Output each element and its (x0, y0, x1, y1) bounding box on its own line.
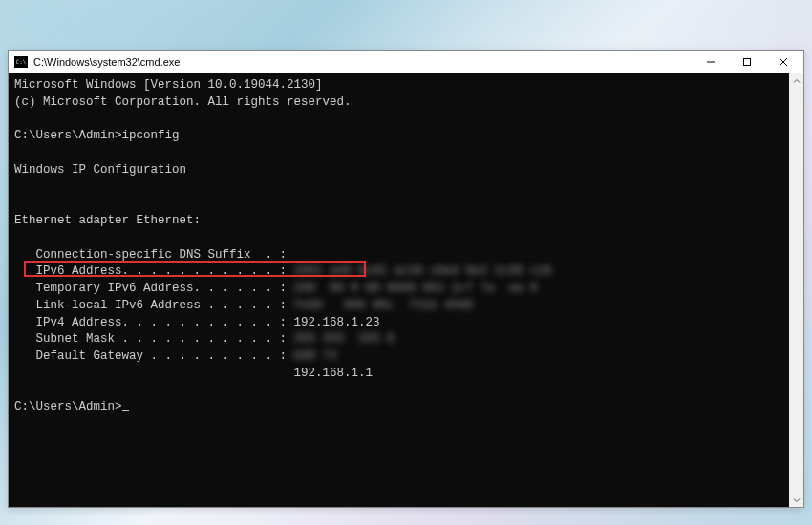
gateway-line: Default Gateway . . . . . . . . . : b00 … (14, 348, 783, 366)
minimize-icon (706, 57, 716, 67)
ipv4-value: 192.168.1.23 (294, 316, 380, 329)
adapter-heading: Ethernet adapter Ethernet: (14, 213, 783, 230)
prompt-line: C:\Users\Admin> (14, 399, 783, 416)
gateway-line-2: 192.168.1.1 (14, 366, 783, 383)
chevron-down-icon (793, 496, 801, 504)
subnet-value-blurred: 355 355 355 0 (294, 332, 395, 346)
linklocal-line: Link-local IPv6 Address . . . . . : fe80… (14, 298, 783, 315)
output-line: Microsoft Windows [Version 10.0.19044.21… (14, 77, 783, 94)
svg-rect-1 (744, 58, 751, 65)
close-icon (779, 57, 788, 67)
minimize-button[interactable] (693, 52, 729, 73)
output-line (14, 383, 783, 400)
scroll-thumb[interactable] (789, 74, 803, 88)
window-controls (693, 52, 801, 73)
prompt-prefix: C:\Users\Admin> (14, 129, 122, 142)
ipv6-label: IPv6 Address. . . . . . . . . . . : (14, 264, 294, 278)
cmd-icon (14, 56, 28, 68)
subnet-label: Subnet Mask . . . . . . . . . . . : (14, 332, 294, 346)
cursor (122, 410, 129, 411)
close-button[interactable] (765, 52, 801, 73)
output-line (14, 230, 783, 247)
command-text: ipconfig (122, 129, 180, 142)
ipv6-line: IPv6 Address. . . . . . . . . . . : 2001… (14, 263, 783, 281)
scroll-down-button[interactable] (789, 493, 803, 507)
temp-ipv6-line: Temporary IPv6 Address. . . . . . : 200 … (14, 281, 783, 298)
vertical-scrollbar[interactable] (789, 74, 803, 507)
terminal-output[interactable]: Microsoft Windows [Version 10.0.19044.21… (9, 74, 789, 507)
prompt-line: C:\Users\Admin>ipconfig (14, 128, 783, 145)
output-line: (c) Microsoft Corporation. All rights re… (14, 94, 783, 112)
maximize-icon (742, 57, 752, 67)
ipv6-value-blurred: 2001 ad0 0c01 ac20 c0ed 0e2 1c95 c26 (294, 264, 552, 278)
prompt-prefix: C:\Users\Admin> (14, 400, 122, 413)
subnet-line: Subnet Mask . . . . . . . . . . . : 355 … (14, 331, 783, 348)
temp-ipv6-value-blurred: 200 00 0 00 0000 001 1c7 7a aa 0 (294, 282, 538, 295)
ipv4-label: IPv4 Address. . . . . . . . . . . : (14, 316, 294, 329)
ipv4-line: IPv4 Address. . . . . . . . . . . : 192.… (14, 315, 783, 332)
dns-suffix-line: Connection-specific DNS Suffix . : (14, 247, 783, 264)
window-title: C:\Windows\system32\cmd.exe (33, 56, 693, 68)
linklocal-value-blurred: fe80 906 00c 731b 4500 (294, 299, 481, 312)
output-heading: Windows IP Configuration (14, 162, 783, 179)
output-line (14, 179, 783, 197)
gateway-value-blurred: b00 73 (294, 349, 345, 363)
temp-ipv6-label: Temporary IPv6 Address. . . . . . : (14, 282, 294, 295)
gateway-label: Default Gateway . . . . . . . . . : (14, 349, 294, 363)
output-line (14, 112, 783, 129)
output-line (14, 196, 783, 213)
linklocal-label: Link-local IPv6 Address . . . . . : (14, 299, 294, 312)
output-line (14, 145, 783, 162)
window-titlebar[interactable]: C:\Windows\system32\cmd.exe (9, 51, 803, 74)
cmd-window: C:\Windows\system32\cmd.exe Microsoft Wi… (8, 50, 804, 508)
console-area: Microsoft Windows [Version 10.0.19044.21… (9, 74, 803, 507)
maximize-button[interactable] (729, 52, 765, 73)
